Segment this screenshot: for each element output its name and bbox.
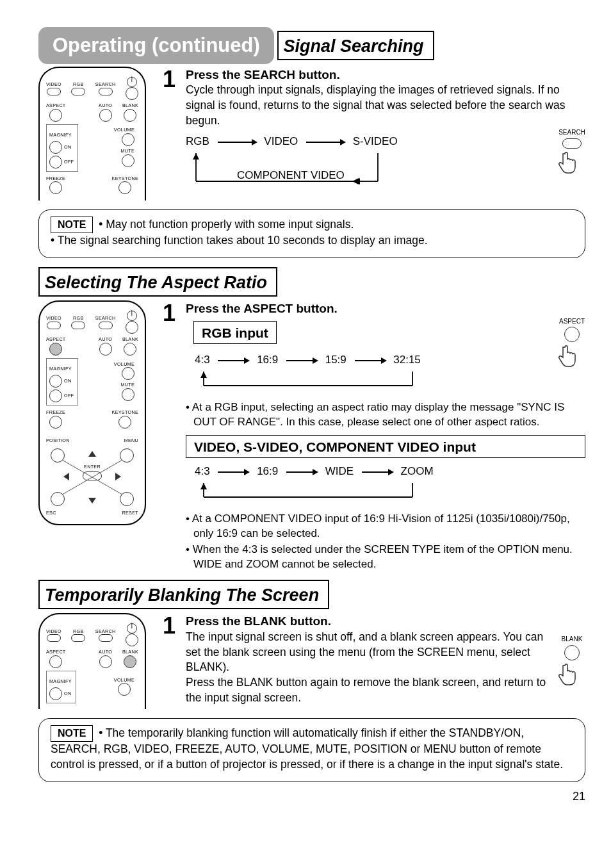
hand-pointer-icon: [558, 661, 585, 685]
loopback-icon: [186, 483, 416, 504]
heading-aspect-ratio: Selecting The Aspect Ratio: [38, 267, 277, 297]
rc-btn-blank-active: [124, 655, 136, 668]
arrow-icon: [286, 353, 317, 368]
video-bullet-2: When the 4:3 is selected under the SCREE…: [186, 543, 585, 572]
rc-off-label: OFF: [64, 159, 74, 165]
hand-pointer-icon: [558, 149, 585, 174]
rc-btn-mute: [122, 154, 134, 167]
arrow-icon: [306, 135, 345, 149]
press-search-diagram: SEARCH: [558, 128, 585, 177]
blank-body-2: Press the BLANK button again to remove t…: [186, 675, 551, 705]
flow-component: COMPONENT VIDEO: [237, 169, 345, 181]
rc-label-volume: VOLUME: [114, 127, 134, 133]
rc-btn-video: [47, 88, 61, 95]
video-flow: 4:3 16:9 WIDE ZOOM: [186, 464, 585, 479]
rc-label-rgb: RGB: [73, 81, 83, 88]
dpad-icon: ENTER: [51, 448, 134, 506]
arrow-icon: [218, 353, 248, 368]
loopback-icon: [186, 372, 416, 392]
step-number: 1: [163, 613, 175, 705]
step-heading: Press the SEARCH button.: [186, 67, 585, 83]
rc-label-magnify: MAGNIFY: [49, 132, 72, 138]
svg-marker-10: [200, 372, 207, 378]
svg-marker-1: [193, 153, 199, 160]
note-badge: NOTE: [51, 725, 93, 742]
rc-btn-aspect: [49, 109, 62, 122]
hand-pointer-icon: [558, 343, 585, 367]
note-box-signal: NOTE • May not function properly with so…: [38, 209, 585, 258]
note-box-blank: NOTE • The temporarily blanking function…: [38, 718, 585, 782]
step-number: 1: [163, 300, 175, 573]
heading-signal-searching: Signal Searching: [277, 31, 434, 60]
rc-btn-rgb: [71, 88, 85, 95]
thumb-btn-icon: [562, 138, 582, 149]
remote-control-diagram-blank: VIDEO RGB SEARCH ASPECT AUTO BLANK MAGNI…: [38, 613, 146, 709]
step-heading: Press the BLANK button.: [186, 613, 551, 630]
flow-rgb: RGB: [186, 135, 209, 149]
press-blank-diagram: BLANK: [558, 635, 585, 705]
rc-label-position: POSITION: [46, 438, 70, 444]
rc-label-video: VIDEO: [46, 81, 61, 88]
rc-label-freeze: FREEZE: [46, 176, 65, 182]
rc-btn-blank: [124, 109, 136, 122]
arrow-icon: [286, 464, 317, 479]
rc-label-keystone: KEYSTONE: [112, 176, 138, 182]
rc-power-icon: [127, 77, 137, 87]
flow-video: VIDEO: [264, 135, 298, 149]
rc-label-esc: ESC: [46, 510, 56, 516]
page-number: 21: [38, 789, 585, 804]
video-bullet-1: At a COMPONENT VIDEO input of 16:9 Hi-Vi…: [186, 512, 585, 541]
rc-btn-aspect-active: [49, 343, 62, 356]
rc-btn-power: [126, 87, 138, 100]
rc-label-search: SEARCH: [95, 81, 116, 88]
rc-btn-auto: [99, 109, 112, 122]
rc-label-mute: MUTE: [120, 148, 134, 154]
step-number: 1: [163, 67, 175, 193]
rc-label-reset: RESET: [122, 510, 138, 516]
note-text-1: May not function properly with some inpu…: [106, 218, 354, 231]
arrow-icon: [362, 464, 393, 479]
svg-marker-14: [200, 483, 207, 489]
rc-btn-freeze: [49, 181, 62, 194]
video-input-header: VIDEO, S-VIDEO, COMPONENT VIDEO input: [186, 435, 585, 458]
rc-label-menu: MENU: [124, 438, 138, 444]
rc-btn-search: [99, 88, 113, 95]
page-title-bar: Operating (continued): [38, 27, 274, 64]
rc-label-blank: BLANK: [122, 102, 138, 109]
rc-btn-keystone: [118, 181, 131, 194]
rc-label-auto: AUTO: [99, 102, 112, 109]
flow-loopback-icon: COMPONENT VIDEO: [186, 153, 391, 189]
note-text-2: The signal searching function takes abou…: [58, 234, 428, 247]
note-text: The temporarily blanking function will a…: [51, 726, 563, 771]
press-aspect-diagram: ASPECT: [558, 317, 585, 372]
rc-on-label: ON: [64, 144, 71, 151]
heading-blanking: Temporarily Blanking The Screen: [38, 580, 329, 609]
rc-label-aspect: ASPECT: [46, 102, 66, 109]
rgb-flow: 4:3 16:9 15:9 32:15: [186, 353, 546, 368]
blank-body-1: The input signal screen is shut off, and…: [186, 630, 551, 675]
rgb-bullet: At a RGB input, selecting an aspect rati…: [186, 400, 585, 430]
flow-svideo: S-VIDEO: [353, 135, 398, 149]
remote-control-diagram: VIDEO RGB SEARCH ASPECT AUTO BLANK MAGNI…: [38, 67, 146, 201]
remote-control-diagram-full: VIDEO RGB SEARCH ASPECT AUTO BLANK MAGNI…: [38, 300, 146, 525]
arrow-icon: [218, 464, 248, 479]
step-heading: Press the ASPECT button.: [186, 300, 585, 317]
rc-btn-mag-on: [49, 141, 62, 154]
arrow-icon: [218, 135, 256, 149]
signal-flow-diagram: RGB VIDEO S-VIDEO: [186, 135, 546, 149]
rgb-input-header: RGB input: [193, 321, 277, 344]
rc-btn-mag-off: [49, 156, 62, 168]
rc-btn-volume: [122, 133, 134, 146]
thumb-label: SEARCH: [558, 128, 585, 137]
arrow-icon: [355, 353, 386, 368]
step-body: Cycle through input signals, displaying …: [186, 83, 585, 128]
note-badge: NOTE: [51, 217, 93, 233]
